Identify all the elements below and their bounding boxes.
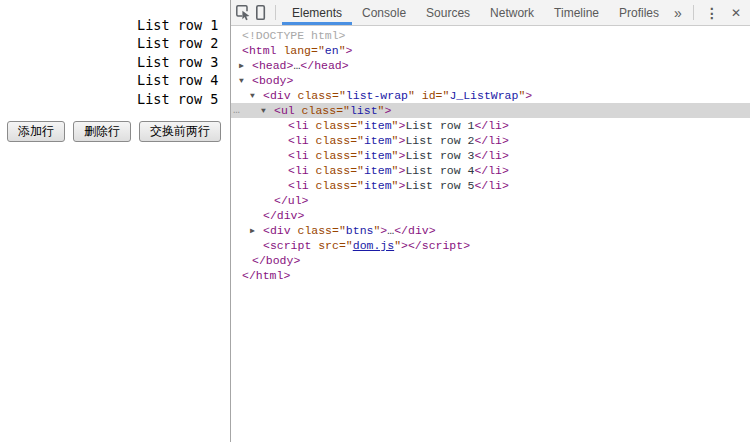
tab-network[interactable]: Network <box>480 0 544 25</box>
code-segment-tag: </html> <box>242 269 290 282</box>
more-tabs-button[interactable]: » <box>669 1 687 25</box>
code-segment-tag: > <box>384 104 391 117</box>
code-segment-attr: id <box>415 89 436 102</box>
tree-node[interactable]: <li class="item">List row 1</li> <box>231 118 750 133</box>
devtools-panel: ElementsConsoleSourcesNetworkTimelinePro… <box>231 0 750 442</box>
tree-node[interactable]: <li class="item">List row 5</li> <box>231 178 750 193</box>
inspect-element-button[interactable] <box>235 1 252 25</box>
code-segment-tag: <li <box>288 149 309 162</box>
device-toolbar-button[interactable] <box>252 1 269 25</box>
tree-node[interactable]: ▼<body> <box>231 73 750 88</box>
rendered-page: List row 1List row 2List row 3List row 4… <box>0 0 230 442</box>
tree-node[interactable]: </div> <box>231 208 750 223</box>
tree-node[interactable]: </html> <box>231 268 750 283</box>
code-segment-text: List row 1 <box>405 119 474 132</box>
code-segment-punc: =" <box>350 179 364 192</box>
tab-profiles[interactable]: Profiles <box>609 0 669 25</box>
code-segment-attr: class <box>309 134 350 147</box>
code-segment-tag: <li <box>288 119 309 132</box>
code-segment-punc: =" <box>350 119 364 132</box>
code-segment-punc: =" <box>350 134 364 147</box>
swap-first-two-rows-button[interactable]: 交换前两行 <box>139 121 221 142</box>
code-segment-attr: lang <box>277 44 312 57</box>
tab-sources[interactable]: Sources <box>416 0 480 25</box>
expand-arrow-icon[interactable]: ▼ <box>239 73 244 88</box>
code-segment-val: J_ListWrap <box>449 89 518 102</box>
code-segment-doctype: <!DOCTYPE html> <box>242 29 346 42</box>
devtools-menu-button[interactable]: ⋮ <box>700 1 724 25</box>
code-segment-text: List row 2 <box>405 134 474 147</box>
elements-tree: <!DOCTYPE html><html lang="en">▶<head>…<… <box>231 26 750 442</box>
code-segment-val: item <box>364 134 392 147</box>
code-segment-punc: " <box>339 44 346 57</box>
tree-node[interactable]: <li class="item">List row 2</li> <box>231 133 750 148</box>
code-segment-link[interactable]: dom.js <box>353 239 394 252</box>
code-segment-tag: <html <box>242 44 277 57</box>
code-segment-val: en <box>325 44 339 57</box>
toolbar-separator <box>275 5 276 20</box>
code-segment-punc: =" <box>311 44 325 57</box>
kebab-menu-icon: ⋮ <box>705 5 719 21</box>
code-segment-tag: <div <box>263 224 291 237</box>
code-segment-attr: class <box>291 224 332 237</box>
code-segment-val: item <box>364 164 392 177</box>
code-segment-attr: class <box>291 89 332 102</box>
code-segment-val: btns <box>346 224 374 237</box>
code-segment-text: List row 3 <box>405 149 474 162</box>
expand-arrow-icon[interactable]: ▼ <box>250 88 255 103</box>
rendered-list: List row 1List row 2List row 3List row 4… <box>137 16 218 108</box>
code-segment-tag: </ul> <box>274 194 309 207</box>
code-segment-tag: <div <box>263 89 291 102</box>
tree-node[interactable]: <script src="dom.js"></script> <box>231 238 750 253</box>
list-row: List row 5 <box>137 90 218 108</box>
tab-timeline[interactable]: Timeline <box>544 0 609 25</box>
expand-arrow-icon[interactable]: ▼ <box>261 103 266 118</box>
code-segment-attr: class <box>309 119 350 132</box>
tree-node[interactable]: ▶<div class="btns">…</div> <box>231 223 750 238</box>
tree-node[interactable]: <html lang="en"> <box>231 43 750 58</box>
tree-node[interactable]: <li class="item">List row 4</li> <box>231 163 750 178</box>
code-segment-val: item <box>364 179 392 192</box>
code-segment-tag: </li> <box>474 164 509 177</box>
tree-node[interactable]: </ul> <box>231 193 750 208</box>
tab-elements[interactable]: Elements <box>282 0 352 25</box>
list-row: List row 3 <box>137 53 218 71</box>
tree-node[interactable]: <li class="item">List row 3</li> <box>231 148 750 163</box>
code-segment-tag: <head> <box>252 59 293 72</box>
code-segment-val: item <box>364 119 392 132</box>
tree-node[interactable]: </body> <box>231 253 750 268</box>
code-segment-tag: <li <box>288 164 309 177</box>
inspect-cursor-icon <box>235 4 252 21</box>
code-segment-text: List row 4 <box>405 164 474 177</box>
tree-node[interactable]: ▶<head>…</head> <box>231 58 750 73</box>
tab-console[interactable]: Console <box>352 0 416 25</box>
code-segment-attr: class <box>309 179 350 192</box>
tree-node[interactable]: <!DOCTYPE html> <box>231 28 750 43</box>
code-segment-punc: =" <box>350 149 364 162</box>
tree-node[interactable]: ▼<div class="list-wrap" id="J_ListWrap"> <box>231 88 750 103</box>
code-segment-text: List row 5 <box>405 179 474 192</box>
code-segment-tag: <li <box>288 134 309 147</box>
code-segment-tag: </div> <box>394 224 435 237</box>
code-segment-tag: <ul <box>274 104 295 117</box>
code-segment-punc: =" <box>350 164 364 177</box>
toolbar-separator <box>693 5 694 20</box>
code-segment-punc: =" <box>336 104 350 117</box>
code-segment-tag: </li> <box>474 119 509 132</box>
toolbar-right-controls: ⋮ ✕ <box>687 0 750 25</box>
expand-arrow-icon[interactable]: ▶ <box>239 58 244 73</box>
devtools-close-button[interactable]: ✕ <box>724 1 748 25</box>
code-segment-attr: class <box>295 104 336 117</box>
close-icon: ✕ <box>731 6 741 20</box>
expand-arrow-icon[interactable]: ▶ <box>250 223 255 238</box>
delete-row-button[interactable]: 删除行 <box>73 121 131 142</box>
add-row-button[interactable]: 添加行 <box>7 121 65 142</box>
code-segment-tag: </li> <box>474 179 509 192</box>
code-segment-tag: </div> <box>263 209 304 222</box>
code-segment-attr: src <box>311 239 339 252</box>
gutter-ellipsis: … <box>233 103 241 116</box>
code-segment-tag: </li> <box>474 149 509 162</box>
tree-node[interactable]: …▼<ul class="list"> <box>231 103 750 118</box>
code-segment-punc: =" <box>436 89 450 102</box>
code-segment-punc: =" <box>332 89 346 102</box>
